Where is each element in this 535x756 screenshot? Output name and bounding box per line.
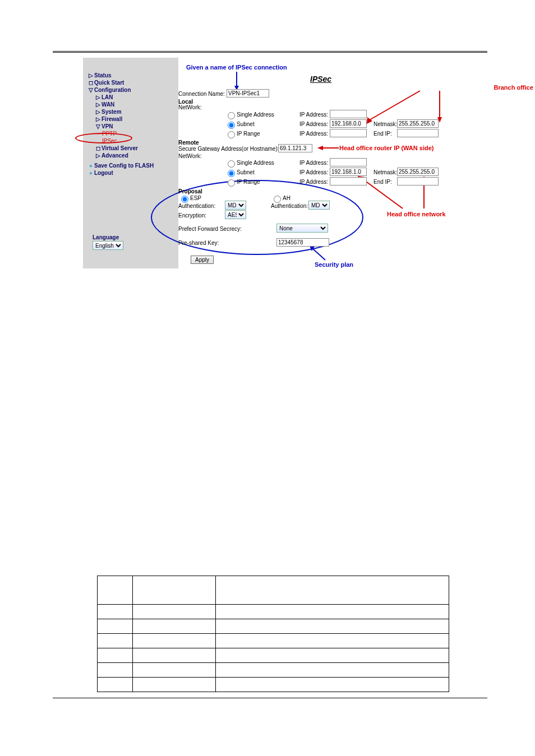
data-table [97, 576, 449, 692]
remote-subnet-label: Subnet [237, 169, 255, 175]
remote-single-radio[interactable] [228, 160, 235, 168]
local-subnet-ip-input[interactable] [330, 119, 367, 128]
local-range-ip-label: IP Address: [299, 131, 328, 137]
circle-ipsec [75, 133, 132, 143]
anno-headip: Head office router IP (WAN side) [339, 145, 434, 151]
local-single-label: Single Address [237, 112, 274, 118]
screenshot-figure: ▷Status ◻Quick Start ▽Configuration ▷LAN… [83, 58, 487, 268]
esp-label: ESP [190, 195, 201, 201]
anno-name: Given a name of IPSec connection [186, 64, 287, 71]
remote-single-ip-input[interactable] [330, 158, 367, 166]
local-subnet-mask-label: Netmask: [373, 121, 397, 127]
svg-line-2 [370, 91, 420, 120]
table-row [98, 678, 449, 692]
nav-configuration[interactable]: ▽Configuration [87, 86, 154, 94]
remote-subnet-mask-label: Netmask: [373, 169, 397, 175]
table-row [98, 605, 449, 619]
table-row [98, 619, 449, 634]
remote-range-end-label: End IP: [373, 179, 392, 185]
nav-virtual-server[interactable]: ◻Virtual Server [95, 145, 154, 152]
nav-lan[interactable]: ▷LAN [95, 94, 154, 101]
psk-input[interactable] [276, 238, 329, 247]
language-select[interactable]: English [93, 241, 123, 250]
table-row [98, 576, 449, 605]
secure-gw-label: Secure Gateway Address(or Hostname): [178, 146, 279, 152]
enc-label: Encryption: [178, 212, 206, 219]
remote-range-label: IP Range [237, 179, 260, 185]
local-single-radio[interactable] [228, 112, 235, 119]
nav-advanced[interactable]: ▷Advanced [95, 152, 154, 159]
local-subnet-ip-label: IP Address: [299, 121, 328, 127]
remote-subnet-mask-input[interactable] [397, 168, 439, 176]
local-range-ip-input[interactable] [330, 129, 367, 137]
table-row [98, 663, 449, 678]
remote-single-label: Single Address [237, 160, 274, 166]
pfs-select[interactable]: None [276, 224, 328, 233]
arrow-headip [317, 146, 340, 151]
local-range-radio[interactable] [228, 131, 235, 138]
remote-range-ip-label: IP Address: [299, 179, 328, 185]
local-subnet-label: Subnet [237, 121, 255, 127]
remote-subnet-ip-input[interactable] [330, 168, 367, 176]
ah-auth-label: Authentication: [271, 203, 308, 209]
top-rule [53, 51, 487, 53]
local-subnet-radio[interactable] [228, 122, 235, 129]
local-subnet-mask-input[interactable] [397, 119, 439, 128]
connection-name-label: Connection Name: [178, 91, 225, 97]
nav-firewall[interactable]: ▷Firewall [95, 115, 154, 123]
arrow-branch2 [436, 89, 459, 126]
remote-range-radio[interactable] [228, 179, 235, 187]
esp-auth-label: Authentication: [178, 203, 215, 209]
remote-network-label: NetWork: [178, 153, 202, 159]
local-range-end-label: End IP: [373, 131, 392, 137]
remote-subnet-radio[interactable] [228, 170, 235, 177]
remote-single-ip-label: IP Address: [299, 160, 328, 166]
svg-line-12 [313, 249, 325, 260]
remote-range-end-input[interactable] [397, 177, 439, 185]
apply-button[interactable]: Apply [191, 256, 214, 264]
connection-name-input[interactable] [227, 89, 269, 98]
remote-subnet-ip-label: IP Address: [299, 169, 328, 175]
anno-headnet: Head office network [387, 211, 446, 217]
ah-label: AH [283, 195, 290, 201]
ah-auth-select[interactable]: MD5 [308, 201, 330, 210]
local-network-label: NetWork: [178, 104, 202, 110]
nav-vpn[interactable]: ▽VPN [95, 123, 154, 130]
local-single-ip-label: IP Address: [299, 112, 328, 118]
pfs-label: Prefect Forward Secrecy: [178, 226, 242, 232]
anno-branch: Branch office network [494, 84, 535, 91]
secure-gw-input[interactable] [278, 144, 312, 152]
nav-quick-start[interactable]: ◻Quick Start [87, 79, 154, 86]
nav-tree: ▷Status ◻Quick Start ▽Configuration ▷LAN… [87, 72, 154, 177]
esp-radio[interactable] [181, 196, 188, 203]
table-row [98, 648, 449, 663]
esp-auth-select[interactable]: MD5 [225, 201, 246, 210]
sidebar: ▷Status ◻Quick Start ▽Configuration ▷LAN… [83, 58, 178, 268]
language-label: Language [93, 234, 119, 240]
remote-label: Remote [178, 140, 199, 146]
svg-marker-7 [317, 146, 323, 150]
table-row [98, 634, 449, 648]
psk-label: Pre-shared Key: [178, 240, 219, 246]
remote-range-ip-input[interactable] [330, 177, 367, 185]
page-title: IPSec [310, 75, 331, 84]
local-range-label: IP Range [237, 131, 260, 137]
nav-system[interactable]: ▷System [95, 108, 154, 115]
ah-radio[interactable] [274, 196, 281, 203]
arrow-name [234, 72, 240, 91]
nav-status[interactable]: ▷Status [87, 72, 154, 79]
nav-wan[interactable]: ▷WAN [95, 101, 154, 108]
local-single-ip-input[interactable] [330, 110, 367, 118]
nav-logout[interactable]: ●Logout [87, 169, 154, 177]
local-range-end-input[interactable] [397, 129, 439, 137]
nav-save-config[interactable]: ●Save Config to FLASH [87, 162, 154, 169]
bottom-rule [53, 698, 487, 698]
svg-marker-3 [367, 117, 372, 124]
enc-select[interactable]: AES [225, 210, 246, 219]
main-panel: IPSec Given a name of IPSec connection B… [178, 58, 487, 268]
